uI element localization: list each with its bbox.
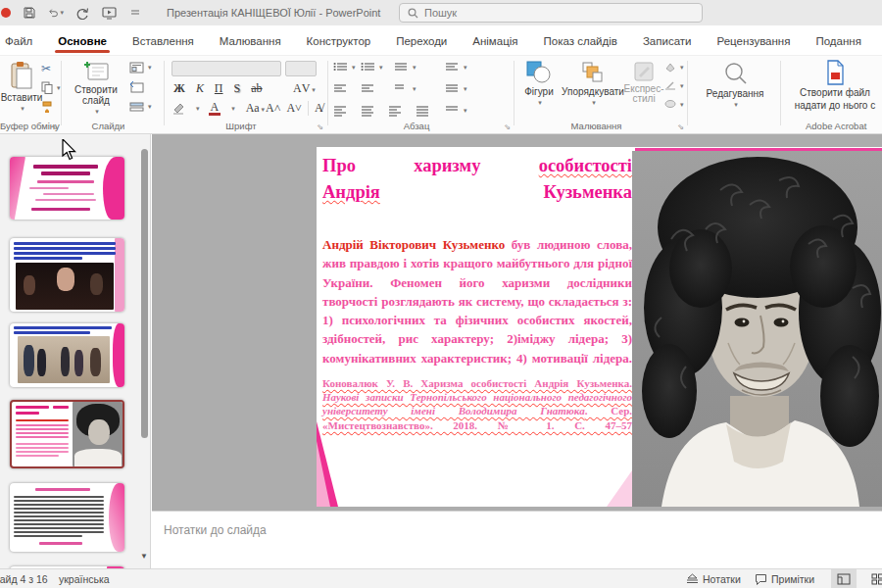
notes-toggle-button[interactable]: Нотатки [680, 569, 747, 588]
justify-button[interactable] [416, 105, 431, 117]
undo-dropdown-icon[interactable]: ▾ [60, 9, 64, 17]
align-left-button[interactable] [333, 105, 349, 117]
tab-основне[interactable]: Основне [45, 28, 120, 55]
shapes-label: Фігури [524, 86, 554, 97]
create-pdf-label-line1: Створити файл [800, 87, 870, 98]
slide-number-indicator[interactable]: Слайд 4 з 16 [0, 573, 48, 585]
line-spacing-button[interactable]: ▾ [394, 62, 416, 74]
thumbnail-scrollbar[interactable] [141, 149, 148, 438]
find-icon [722, 61, 748, 86]
format-painter-button[interactable] [41, 101, 53, 114]
shape-effects-button[interactable]: ▾ [664, 99, 684, 110]
tab-рецензування[interactable]: Рецензування [704, 28, 803, 55]
font-name-select[interactable] [172, 61, 281, 76]
slide-text-block[interactable]: Про харизму особистості Андрія Кузьменка… [322, 153, 632, 432]
slide-sorter-view-button[interactable] [864, 569, 882, 588]
arrange-button[interactable]: Упорядкувати ▾ [561, 61, 625, 107]
tab-анімація[interactable]: Анімація [460, 28, 530, 55]
underline-button[interactable]: П [213, 81, 225, 96]
text-segment: Про харизму [322, 156, 539, 175]
search-box[interactable]: Пошук [399, 3, 703, 23]
new-slide-dropdown-icon: ▾ [95, 108, 99, 116]
increase-font-button[interactable]: А˄ [266, 101, 280, 116]
redo-icon[interactable] [74, 5, 90, 21]
align-center-button[interactable] [361, 105, 376, 117]
reset-slide-button[interactable] [129, 81, 144, 94]
start-slideshow-icon[interactable] [101, 5, 117, 21]
clipboard-dialog-launcher-icon[interactable]: ⇘ [51, 122, 58, 131]
editing-button[interactable]: Редагування ▾ [703, 61, 767, 109]
search-placeholder: Пошук [424, 7, 457, 19]
italic-button[interactable]: К [194, 81, 206, 96]
clear-formatting-button[interactable]: А̸ [308, 101, 323, 116]
slide-thumbnail-4-selected[interactable] [10, 400, 124, 468]
bullets-button[interactable]: ▾ [333, 62, 356, 74]
create-pdf-button[interactable]: Створити файл надати до нього с [790, 60, 880, 111]
text-highlight-button[interactable] [172, 102, 185, 115]
copy-button[interactable]: ▾ [41, 81, 61, 94]
tab-конструктор[interactable]: Конструктор [294, 28, 384, 55]
paragraph-dialog-launcher-icon[interactable]: ⇘ [504, 122, 511, 131]
align-right-button[interactable] [388, 105, 404, 117]
strikethrough-button[interactable]: ab [249, 81, 264, 96]
slide-thumbnail-5[interactable] [10, 483, 124, 552]
decrease-indent-button[interactable] [333, 83, 349, 95]
new-slide-button[interactable]: Створити слайд ▾ [71, 61, 122, 116]
slide-thumbnail-3[interactable] [10, 323, 124, 387]
language-indicator[interactable]: українська [59, 573, 110, 585]
tab-малювання[interactable]: Малювання [207, 28, 294, 55]
columns-button[interactable]: ▾ [445, 83, 467, 95]
slide-citation[interactable]: Коновалюк У. В. Харизма особистості Андр… [322, 376, 632, 432]
tab-показ-слайдів[interactable]: Показ слайдів [531, 28, 630, 55]
character-spacing-button[interactable]: АV▾ [291, 81, 318, 96]
quick-access-toolbar-menu-icon[interactable] [127, 5, 143, 21]
notes-pane[interactable]: Нотатки до слайда [152, 511, 882, 568]
section-button[interactable]: ▾ [129, 101, 152, 113]
shape-fill-button[interactable]: ▾ [664, 62, 684, 73]
cut-button[interactable]: ✂ [41, 62, 51, 75]
paste-label: Вставити [1, 92, 43, 103]
new-slide-label: Створити слайд [71, 84, 122, 106]
bold-button[interactable]: Ж [172, 81, 187, 96]
slide-layout-button[interactable]: ▾ [129, 62, 152, 74]
shape-outline-button[interactable]: ▾ [664, 80, 684, 91]
font-group: ЖКПSab АV▾ ▾ А▾ Аа▾ А˄ А˅ А̸ Шрифт ⇘ [166, 56, 326, 134]
arrange-icon [581, 61, 605, 84]
font-color-button[interactable]: А [209, 102, 221, 116]
tab-довідка[interactable]: Довідка [874, 28, 882, 55]
scrollbar-down-arrow-icon[interactable]: ▼ [140, 552, 148, 561]
portrait-photo[interactable] [632, 151, 882, 507]
slide-thumbnail-2[interactable] [10, 238, 124, 312]
powerpoint-window: ▾ Презентація КАНІЩЕВОЇ Юлії - PowerPoin… [0, 0, 882, 588]
font-size-select[interactable] [285, 61, 317, 76]
numbering-button[interactable]: ▾ [361, 62, 383, 74]
font-dialog-launcher-icon[interactable]: ⇘ [317, 122, 323, 131]
comments-toggle-button[interactable]: Примітки [749, 569, 820, 588]
slide-thumbnail-1[interactable] [10, 157, 124, 220]
convert-smartart-button[interactable]: ▾ [445, 105, 467, 117]
copy-icon [41, 81, 53, 94]
save-icon[interactable] [22, 5, 37, 21]
text-direction-button[interactable]: ▾ [445, 62, 467, 74]
add-space-button[interactable]: ▾ [394, 83, 416, 95]
decrease-font-button[interactable]: А˅ [286, 101, 301, 116]
slides-group-label: Слайди [63, 121, 154, 131]
tab-подання[interactable]: Подання [803, 28, 873, 55]
drawing-dialog-launcher-icon[interactable]: ⇘ [677, 122, 684, 131]
paste-button[interactable]: Вставити ▾ [4, 61, 39, 113]
ribbon-tab-row: ФайлОсновнеВставленняМалюванняКонструкто… [0, 25, 882, 56]
tab-переходи[interactable]: Переходи [383, 28, 460, 55]
text-shadow-button[interactable]: S [232, 81, 243, 96]
undo-icon[interactable]: ▾ [48, 5, 64, 21]
slide-body-text[interactable]: Андрій Вікторович Кузьменко був людиною … [322, 235, 632, 368]
shapes-button[interactable]: Фігури ▾ [519, 61, 559, 107]
tab-вставлення[interactable]: Вставлення [120, 28, 207, 55]
tab-записати[interactable]: Записати [630, 28, 705, 55]
current-slide[interactable]: Про харизму особистості Андрія Кузьменка… [317, 147, 882, 507]
increase-indent-button[interactable] [361, 83, 376, 95]
quick-styles-button[interactable]: Експрес-стилі [625, 61, 662, 104]
text-segment: Кузьменка [380, 182, 632, 202]
slide-title[interactable]: Про харизму особистості Андрія Кузьменка [322, 153, 632, 206]
tab-файл[interactable]: Файл [0, 28, 45, 55]
normal-view-button[interactable] [831, 569, 857, 588]
